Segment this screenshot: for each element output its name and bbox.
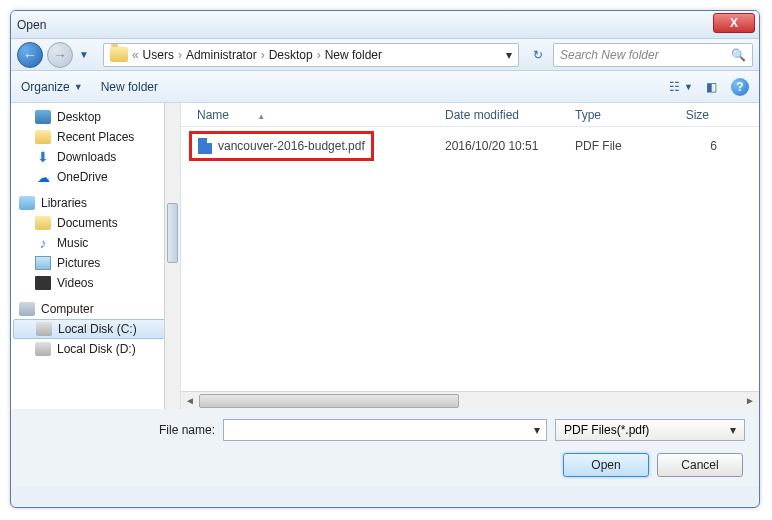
file-type: PDF File [567, 139, 667, 153]
file-list[interactable]: vancouver-2016-budget.pdf 2016/10/20 10:… [181, 127, 759, 391]
horizontal-scrollbar[interactable]: ◄ ► [181, 391, 759, 409]
file-row[interactable]: vancouver-2016-budget.pdf 2016/10/20 10:… [189, 135, 751, 157]
titlebar[interactable]: Open X [11, 11, 759, 39]
filetype-filter[interactable]: PDF Files(*.pdf) ▾ [555, 419, 745, 441]
view-options-button[interactable]: ☷ ▼ [671, 78, 691, 96]
sidebar-item-videos[interactable]: Videos [11, 273, 180, 293]
breadcrumb-item[interactable]: New folder [325, 48, 382, 62]
search-input[interactable]: Search New folder 🔍 [553, 43, 753, 67]
forward-button[interactable]: → [47, 42, 73, 68]
breadcrumb[interactable]: « Users › Administrator › Desktop › New … [103, 43, 519, 67]
column-header-type[interactable]: Type [567, 108, 667, 122]
arrow-right-icon: → [53, 47, 67, 63]
chevron-down-icon: ▼ [74, 82, 83, 92]
file-size: 6 [667, 139, 717, 153]
sidebar-item-disk-c[interactable]: Local Disk (C:) [13, 319, 178, 339]
pictures-icon [35, 256, 51, 270]
scrollbar-thumb[interactable] [167, 203, 178, 263]
breadcrumb-sep: « [132, 48, 139, 62]
refresh-icon: ↻ [533, 48, 543, 62]
refresh-button[interactable]: ↻ [527, 44, 549, 66]
desktop-icon [35, 110, 51, 124]
chevron-down-icon: ▼ [684, 82, 693, 92]
scroll-track[interactable] [199, 393, 741, 409]
file-date: 2016/10/20 10:51 [437, 139, 567, 153]
documents-icon [35, 216, 51, 230]
sidebar-item-desktop[interactable]: Desktop [11, 107, 180, 127]
pane-icon: ◧ [706, 80, 717, 94]
column-header-name[interactable]: Name▴ [189, 108, 437, 122]
scrollbar-thumb[interactable] [199, 394, 459, 408]
file-pane: Name▴ Date modified Type Size vancouver-… [181, 103, 759, 409]
folder-icon [110, 47, 128, 62]
file-name: vancouver-2016-budget.pdf [218, 139, 365, 153]
filename-input[interactable]: ▾ [223, 419, 547, 441]
search-icon: 🔍 [731, 48, 746, 62]
window-title: Open [17, 18, 46, 32]
breadcrumb-item[interactable]: Administrator [186, 48, 257, 62]
breadcrumb-dropdown-icon[interactable]: ▾ [506, 48, 512, 62]
videos-icon [35, 276, 51, 290]
toolbar: Organize ▼ New folder ☷ ▼ ◧ ? [11, 71, 759, 103]
chevron-down-icon: ▾ [730, 423, 736, 437]
scroll-right-icon[interactable]: ► [741, 393, 759, 409]
music-icon: ♪ [35, 236, 51, 250]
open-dialog: Open X ← → ▼ « Users › Administrator › D… [10, 10, 760, 508]
chevron-down-icon[interactable]: ▾ [534, 423, 540, 437]
help-icon: ? [736, 80, 743, 94]
sidebar-item-recent[interactable]: Recent Places [11, 127, 180, 147]
view-icon: ☷ [669, 80, 680, 94]
column-header-date[interactable]: Date modified [437, 108, 567, 122]
sidebar-item-music[interactable]: ♪Music [11, 233, 180, 253]
organize-menu[interactable]: Organize ▼ [21, 80, 83, 94]
history-dropdown[interactable]: ▼ [79, 49, 89, 60]
navbar: ← → ▼ « Users › Administrator › Desktop … [11, 39, 759, 71]
new-folder-button[interactable]: New folder [101, 80, 158, 94]
sidebar: Desktop Recent Places ⬇Downloads ☁OneDri… [11, 103, 181, 409]
open-button[interactable]: Open [563, 453, 649, 477]
sidebar-item-downloads[interactable]: ⬇Downloads [11, 147, 180, 167]
body: Desktop Recent Places ⬇Downloads ☁OneDri… [11, 103, 759, 409]
sidebar-item-libraries[interactable]: Libraries [11, 193, 180, 213]
breadcrumb-item[interactable]: Users [143, 48, 174, 62]
libraries-icon [19, 196, 35, 210]
pdf-file-icon [198, 138, 212, 154]
computer-icon [19, 302, 35, 316]
arrow-left-icon: ← [23, 47, 37, 63]
back-button[interactable]: ← [17, 42, 43, 68]
download-icon: ⬇ [35, 150, 51, 164]
sidebar-item-onedrive[interactable]: ☁OneDrive [11, 167, 180, 187]
filename-label: File name: [25, 423, 215, 437]
close-button[interactable]: X [713, 13, 755, 33]
sidebar-item-pictures[interactable]: Pictures [11, 253, 180, 273]
sort-asc-icon: ▴ [259, 111, 264, 121]
breadcrumb-item[interactable]: Desktop [269, 48, 313, 62]
column-headers: Name▴ Date modified Type Size [181, 103, 759, 127]
column-header-size[interactable]: Size [667, 108, 717, 122]
filter-label: PDF Files(*.pdf) [564, 423, 649, 437]
scroll-left-icon[interactable]: ◄ [181, 393, 199, 409]
sidebar-item-computer[interactable]: Computer [11, 299, 180, 319]
preview-pane-button[interactable]: ◧ [701, 78, 721, 96]
disk-icon [35, 342, 51, 356]
file-highlight: vancouver-2016-budget.pdf [189, 131, 374, 161]
recent-icon [35, 130, 51, 144]
sidebar-item-disk-d[interactable]: Local Disk (D:) [11, 339, 180, 359]
cloud-icon: ☁ [35, 170, 51, 184]
sidebar-item-documents[interactable]: Documents [11, 213, 180, 233]
help-button[interactable]: ? [731, 78, 749, 96]
bottom-panel: File name: ▾ PDF Files(*.pdf) ▾ Open Can… [11, 409, 759, 487]
close-icon: X [730, 16, 738, 30]
search-placeholder: Search New folder [560, 48, 659, 62]
cancel-button[interactable]: Cancel [657, 453, 743, 477]
sidebar-scrollbar[interactable] [164, 103, 180, 409]
disk-icon [36, 322, 52, 336]
